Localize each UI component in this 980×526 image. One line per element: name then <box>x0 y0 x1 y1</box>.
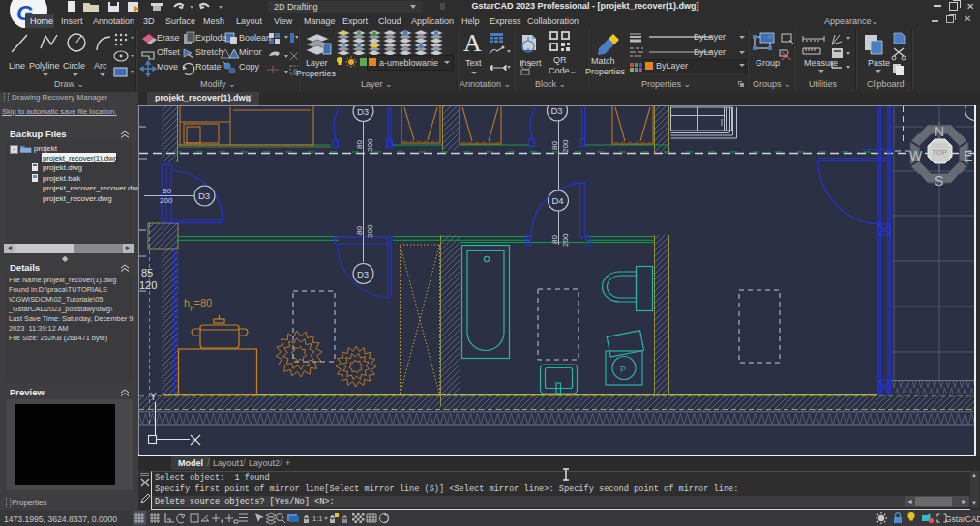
svg-text:D3: D3 <box>198 190 210 201</box>
svg-text:TOP: TOP <box>933 148 947 157</box>
svg-text:200: 200 <box>160 196 173 205</box>
svg-text:200: 200 <box>366 224 374 238</box>
svg-text:200: 200 <box>561 233 570 247</box>
svg-text:80: 80 <box>355 140 364 149</box>
svg-text:P: P <box>620 365 626 374</box>
svg-text:N: N <box>935 124 944 139</box>
svg-text:D3: D3 <box>357 106 369 117</box>
svg-text:80: 80 <box>163 187 171 195</box>
svg-text:E: E <box>964 148 972 163</box>
svg-text:1:1: 1:1 <box>312 514 322 523</box>
svg-text:D4: D4 <box>552 195 564 206</box>
svg-text:hp=80: hp=80 <box>184 297 212 311</box>
svg-text:Y: Y <box>150 392 157 402</box>
svg-text:200: 200 <box>366 138 374 152</box>
svg-text:80: 80 <box>550 141 559 150</box>
svg-text:D3: D3 <box>357 269 369 279</box>
svg-text:D3: D3 <box>551 106 563 116</box>
svg-text:S: S <box>935 173 943 189</box>
svg-text:85: 85 <box>141 267 153 278</box>
svg-text:120: 120 <box>139 279 157 291</box>
svg-text:W: W <box>909 148 923 163</box>
svg-text:200: 200 <box>561 139 570 153</box>
svg-text:80: 80 <box>355 226 364 235</box>
svg-text:80: 80 <box>550 235 559 244</box>
